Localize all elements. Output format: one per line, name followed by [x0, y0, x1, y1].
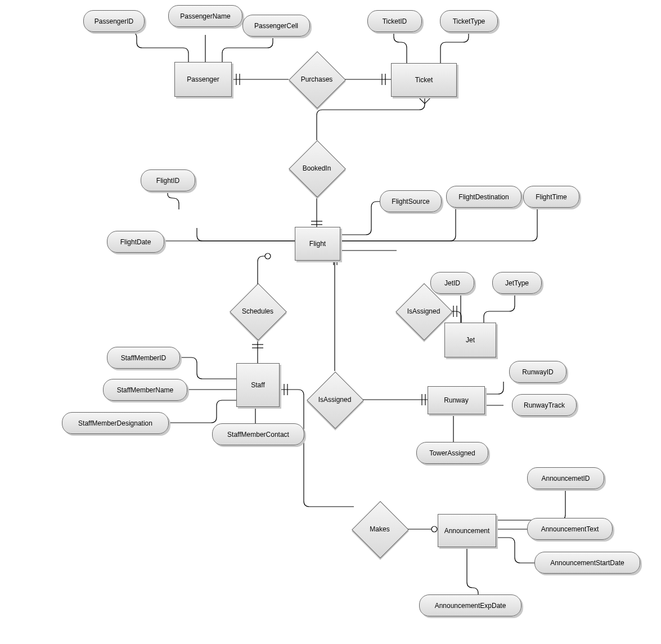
attr-passenger-cell: PassengerCell [242, 15, 310, 37]
attr-label: TowerAssigned [429, 449, 475, 457]
attr-staff-id: StaffMemberID [107, 347, 180, 369]
attr-label: RunwayID [522, 368, 553, 376]
attr-label: StaffMemberDesignation [78, 419, 152, 427]
attr-label: StaffMemberContact [227, 431, 289, 439]
attr-staff-designation: StaffMemberDesignation [62, 412, 169, 434]
attr-label: JetID [444, 279, 460, 287]
attr-tower-assigned: TowerAssigned [416, 442, 488, 464]
attr-flight-date: FlightDate [107, 231, 164, 253]
attr-flight-destination: FlightDestination [446, 186, 521, 208]
attr-announcement-id: AnnouncemetID [527, 467, 604, 489]
attr-label: TicketType [453, 17, 485, 25]
attr-label: TicketID [383, 17, 407, 25]
entity-label: Ticket [415, 76, 433, 84]
entity-label: Runway [444, 396, 468, 404]
entity-label: Staff [251, 381, 264, 389]
attr-staff-contact: StaffMemberContact [212, 423, 304, 445]
attr-label: JetType [505, 279, 529, 287]
entity-jet: Jet [444, 323, 496, 357]
attr-jet-type: JetType [492, 272, 542, 294]
entity-announcement: Announcement [438, 514, 496, 547]
entity-label: Flight [309, 240, 326, 248]
entity-flight: Flight [295, 227, 340, 261]
attr-label: FlightDestination [458, 193, 509, 201]
connector-layer [0, 0, 661, 644]
attr-label: AnnouncementExpDate [435, 602, 506, 610]
attr-label: FlightSource [392, 198, 429, 205]
attr-label: AnnouncemetID [541, 475, 590, 482]
attr-label: PassengerName [180, 12, 230, 20]
attr-passenger-id: PassengerID [83, 10, 145, 32]
attr-label: FlightTime [536, 193, 567, 201]
attr-flight-source: FlightSource [380, 190, 442, 212]
attr-runway-track: RunwayTrack [512, 394, 577, 416]
attr-label: AnnouncementText [541, 525, 599, 533]
attr-announcement-start: AnnouncementStartDate [534, 552, 640, 574]
entity-runway: Runway [428, 386, 485, 414]
attr-staff-name: StaffMemberName [103, 379, 187, 401]
svg-point-0 [265, 253, 271, 259]
entity-ticket: Ticket [391, 63, 457, 97]
attr-jet-id: JetID [430, 272, 474, 294]
entity-label: Passenger [187, 75, 219, 83]
attr-ticket-id: TicketID [367, 10, 422, 32]
attr-runway-id: RunwayID [509, 361, 566, 383]
attr-flight-id: FlightID [141, 169, 195, 191]
entity-label: Announcement [444, 527, 490, 535]
attr-ticket-type: TicketType [440, 10, 498, 32]
attr-label: StaffMemberID [121, 354, 166, 362]
attr-announcement-text: AnnouncementText [527, 518, 613, 540]
attr-label: FlightID [156, 177, 179, 185]
entity-label: Jet [466, 336, 475, 344]
attr-label: PassengerID [95, 17, 133, 25]
attr-label: AnnouncementStartDate [550, 559, 624, 567]
entity-staff: Staff [236, 363, 280, 407]
attr-label: FlightDate [120, 238, 151, 246]
entity-passenger: Passenger [174, 62, 232, 97]
attr-label: PassengerCell [254, 22, 298, 30]
attr-announcement-exp: AnnouncementExpDate [419, 594, 521, 616]
attr-label: RunwayTrack [524, 401, 565, 409]
svg-point-1 [431, 526, 437, 532]
attr-label: StaffMemberName [117, 386, 173, 394]
attr-passenger-name: PassengerName [168, 5, 242, 27]
attr-flight-time: FlightTime [523, 186, 579, 208]
